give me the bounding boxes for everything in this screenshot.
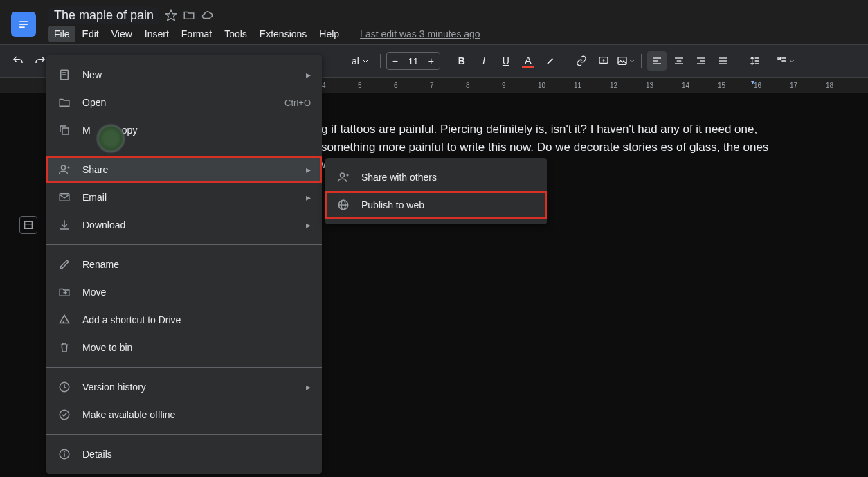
text-color-button[interactable]: A <box>518 51 538 71</box>
align-left-button[interactable] <box>647 51 667 71</box>
menu-item-rename[interactable]: Rename <box>46 251 322 278</box>
pencil-icon <box>57 258 71 271</box>
insert-link-button[interactable] <box>572 51 591 71</box>
submenu-arrow-icon: ▸ <box>306 219 311 231</box>
separator <box>641 54 642 68</box>
svg-point-25 <box>62 165 66 170</box>
menu-label: Email <box>82 192 306 203</box>
menu-item-download[interactable]: Download ▸ <box>46 211 322 239</box>
ruler-tick: 18 <box>826 82 833 89</box>
trash-icon <box>57 341 71 354</box>
globe-icon <box>336 198 350 212</box>
ruler-tick: 7 <box>430 82 434 89</box>
menu-item-share[interactable]: Share ▸ <box>46 156 322 183</box>
menu-item-make-copy[interactable]: Make a copy <box>46 116 322 144</box>
document-title[interactable]: The maple of pain <box>48 7 159 24</box>
folder-icon <box>57 96 71 109</box>
header: The maple of pain File Edit View Insert … <box>0 0 868 44</box>
highlight-button[interactable] <box>541 51 560 71</box>
align-center-button[interactable] <box>669 51 689 71</box>
menu-item-version-history[interactable]: Version history ▸ <box>46 373 322 401</box>
ruler-tick: 15 <box>718 82 725 89</box>
menu-label: Download <box>82 219 306 231</box>
menu-label: Open <box>82 97 284 108</box>
ruler-tick: 4 <box>322 82 326 89</box>
checklist-button[interactable] <box>776 51 795 71</box>
menu-item-open[interactable]: Open Ctrl+O <box>46 89 322 116</box>
menu-item-details[interactable]: Details <box>46 440 322 468</box>
move-folder-icon[interactable] <box>183 9 195 21</box>
last-edit-link[interactable]: Last edit was 3 minutes ago <box>360 28 480 39</box>
docs-logo[interactable] <box>11 12 36 37</box>
submenu-item-share-others[interactable]: Share with others <box>325 163 547 191</box>
cloud-status-icon[interactable] <box>201 9 213 21</box>
line-spacing-button[interactable] <box>745 51 764 71</box>
avatar <box>97 125 125 152</box>
submenu-arrow-icon: ▸ <box>306 381 311 393</box>
menu-edit[interactable]: Edit <box>77 26 105 42</box>
ruler-tick: 12 <box>610 82 617 89</box>
separator <box>446 54 446 68</box>
menu-file[interactable]: File <box>48 26 75 42</box>
submenu-item-publish-web[interactable]: Publish to web <box>325 191 547 219</box>
menu-insert[interactable]: Insert <box>139 26 174 42</box>
ruler-tick: 6 <box>394 82 398 89</box>
svg-rect-19 <box>25 222 33 229</box>
file-menu-dropdown: New ▸ Open Ctrl+O Make a copy Share ▸ Em… <box>46 55 322 474</box>
menu-extensions[interactable]: Extensions <box>254 26 312 42</box>
menu-item-available-offline[interactable]: Make available offline <box>46 401 322 429</box>
ruler-tick: 16 <box>754 82 761 89</box>
menu-label: Make available offline <box>82 409 311 420</box>
undo-button[interactable] <box>8 51 28 71</box>
align-justify-button[interactable] <box>714 51 733 71</box>
svg-point-31 <box>64 451 65 452</box>
outline-toggle-icon[interactable] <box>19 216 37 234</box>
menu-item-email[interactable]: Email ▸ <box>46 183 322 211</box>
info-icon <box>57 447 71 461</box>
separator <box>380 54 381 68</box>
star-icon[interactable] <box>165 9 177 21</box>
increase-font-button[interactable]: + <box>423 53 440 69</box>
submenu-arrow-icon: ▸ <box>306 164 311 175</box>
add-comment-button[interactable] <box>594 51 613 71</box>
font-size-value[interactable]: 11 <box>404 56 423 66</box>
svg-rect-1 <box>19 24 28 25</box>
menu-separator <box>46 434 322 435</box>
menu-item-move-to-bin[interactable]: Move to bin <box>46 334 322 361</box>
ruler-tick: 10 <box>538 82 545 89</box>
text-style-select[interactable]: al <box>346 55 374 66</box>
svg-point-28 <box>60 410 69 420</box>
separator <box>739 54 739 68</box>
person-add-icon <box>57 163 71 177</box>
history-icon <box>57 380 71 394</box>
ruler-tick: 9 <box>502 82 506 89</box>
underline-button[interactable]: U <box>496 51 516 71</box>
menu-view[interactable]: View <box>106 26 138 42</box>
menu-tools[interactable]: Tools <box>219 26 253 42</box>
download-icon <box>57 218 71 232</box>
menu-separator <box>46 244 322 245</box>
bold-button[interactable]: B <box>452 51 471 71</box>
align-right-button[interactable] <box>691 51 711 71</box>
decrease-font-button[interactable]: − <box>387 53 404 69</box>
menu-item-new[interactable]: New ▸ <box>46 61 322 89</box>
insert-image-button[interactable] <box>616 51 635 71</box>
menu-label: Add a shortcut to Drive <box>82 314 311 325</box>
svg-rect-24 <box>62 128 69 134</box>
menu-item-move[interactable]: Move <box>46 278 322 306</box>
menu-format[interactable]: Format <box>176 26 217 42</box>
submenu-arrow-icon: ▸ <box>306 192 311 203</box>
menu-label: Move to bin <box>82 342 311 353</box>
menu-separator <box>46 150 322 150</box>
ruler-tick: 17 <box>790 82 797 89</box>
ruler-tick: 8 <box>466 82 470 89</box>
italic-button[interactable]: I <box>474 51 494 71</box>
menu-label: Share with others <box>361 172 536 183</box>
document-icon <box>57 68 71 82</box>
menu-help[interactable]: Help <box>314 26 345 42</box>
menu-label: Rename <box>82 259 311 270</box>
person-add-icon <box>336 170 350 184</box>
ruler-tick: 14 <box>682 82 689 89</box>
menu-item-add-shortcut[interactable]: Add a shortcut to Drive <box>46 306 322 334</box>
offline-icon <box>57 408 71 422</box>
